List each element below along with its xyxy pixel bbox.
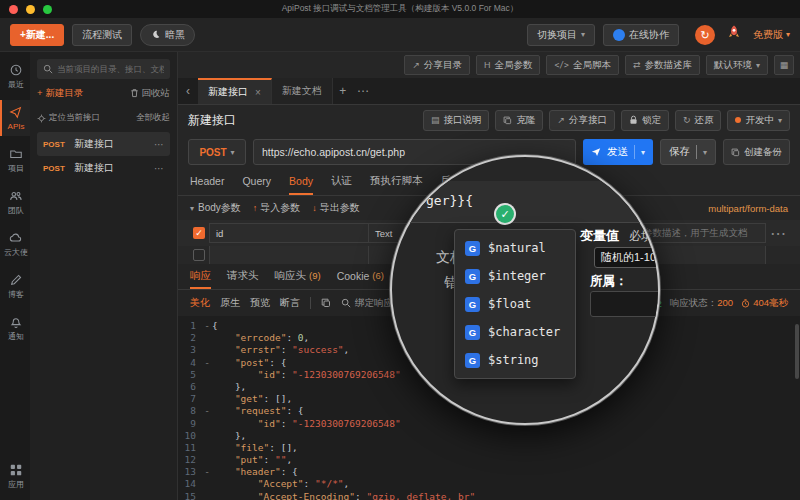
import-params-button[interactable]: ↑ 导入参数 — [253, 201, 301, 215]
editor-scrollbar[interactable] — [795, 324, 799, 379]
grid-icon: ▦ — [780, 60, 789, 70]
free-version-label: 免费版 — [753, 28, 783, 42]
tab-header[interactable]: Header — [190, 169, 224, 195]
sidebar-item-apps[interactable]: 应用 — [0, 458, 30, 494]
tab-request-headers[interactable]: 请求头 — [227, 264, 259, 289]
create-backup-button[interactable]: 创建备份 — [723, 139, 790, 165]
chevron-down-icon[interactable]: ▾ — [641, 148, 645, 157]
status-dot-icon — [735, 117, 741, 123]
share-directory-button[interactable]: ↗ 分享目录 — [404, 55, 470, 75]
tree-item-name: 新建接口 — [74, 161, 149, 175]
sidebar-item-label: APIs — [8, 122, 25, 131]
response-meta: 62 响应状态：200 404毫秒 — [651, 297, 788, 310]
global-params-button[interactable]: H 全局参数 — [476, 55, 541, 75]
sidebar-item-team[interactable]: 团队 — [0, 184, 30, 220]
sync-button[interactable]: ↻ — [695, 25, 715, 45]
export-params-button[interactable]: ↓ 导出参数 — [312, 201, 360, 215]
close-window-button[interactable] — [9, 5, 18, 14]
mock-variable-item[interactable]: G$float — [455, 290, 575, 318]
lock-button[interactable]: 锁定 — [621, 110, 669, 131]
add-tab-button[interactable]: + — [333, 78, 353, 104]
send-button[interactable]: 发送 ▾ — [583, 139, 653, 165]
sidebar-item-notifications[interactable]: 通知 — [0, 310, 30, 346]
content-type-select[interactable]: multipart/form-data — [708, 203, 788, 214]
save-button[interactable]: 保存 ▾ — [660, 139, 716, 165]
mock-variable-item[interactable]: G$natural — [455, 234, 575, 262]
view-raw[interactable]: 原生 — [220, 296, 240, 310]
view-beautify[interactable]: 美化 — [190, 296, 210, 310]
doc-tab-doc[interactable]: 新建文档 — [272, 78, 333, 104]
api-status-select[interactable]: 开发中 ▾ — [727, 110, 790, 131]
item-menu-icon[interactable]: ⋯ — [154, 139, 164, 150]
param-name-input[interactable]: id — [209, 223, 369, 243]
tree-item-api[interactable]: POST 新建接口 ⋯ — [37, 132, 170, 156]
method-select[interactable]: POST ▾ — [188, 139, 246, 165]
mock-g-icon: G — [465, 325, 480, 340]
minimize-window-button[interactable] — [26, 5, 35, 14]
recycle-bin-button[interactable]: 回收站 — [130, 87, 171, 100]
tabs-scroll-left-icon[interactable]: ‹ — [178, 78, 198, 104]
param-row-menu-icon[interactable]: ⋯ — [766, 224, 790, 243]
default-env-select[interactable]: 默认环境 ▾ — [706, 55, 768, 75]
zoom-window-button[interactable] — [43, 5, 52, 14]
share-api-button[interactable]: ↗ 分享接口 — [549, 110, 615, 131]
bell-icon — [9, 315, 23, 329]
mock-g-icon: G — [465, 269, 480, 284]
doc-tab-api[interactable]: 新建接口 × — [198, 78, 272, 104]
mock-variable-item[interactable]: G$integer — [455, 262, 575, 290]
view-preview[interactable]: 预览 — [250, 296, 270, 310]
rocket-icon[interactable] — [725, 24, 743, 46]
mock-g-icon: G — [465, 297, 480, 312]
tab-pre-script[interactable]: 预执行脚本 — [370, 169, 423, 195]
global-script-button[interactable]: </> 全局脚本 — [546, 55, 618, 75]
sidebar-item-apis[interactable]: APIs — [0, 100, 30, 136]
api-doc-button[interactable]: ▤ 接口说明 — [423, 110, 490, 131]
switch-project-button[interactable]: 切换项目 ▾ — [527, 24, 595, 46]
body-params-toggle[interactable]: ▾ Body参数 — [190, 201, 241, 215]
new-directory-button[interactable]: + 新建目录 — [37, 87, 83, 100]
sidebar-item-label: 最近 — [8, 80, 24, 89]
tab-response[interactable]: 响应 — [190, 264, 211, 289]
sidebar-item-cloud-ambassador[interactable]: 云大使 — [0, 226, 30, 262]
param-checkbox-checked[interactable]: ✓ — [193, 227, 205, 239]
dark-mode-toggle[interactable]: 暗黑 — [140, 24, 195, 46]
tab-auth[interactable]: 认证 — [331, 169, 352, 195]
copy-response-icon[interactable] — [321, 298, 331, 308]
view-assert[interactable]: 断言 — [280, 296, 300, 310]
clone-button[interactable]: 克隆 — [495, 110, 543, 131]
collapse-all-button[interactable]: 全部收起 — [136, 112, 170, 124]
share-directory-label: 分享目录 — [424, 59, 462, 72]
arrow-up-icon: ↑ — [253, 203, 258, 213]
apipost-window: ApiPost 接口调试与文档管理工具（构建版本 V5.0.0 For Mac）… — [0, 0, 800, 500]
sidebar-item-project[interactable]: 项目 — [0, 142, 30, 178]
mock-variable-item[interactable]: G$character — [455, 318, 575, 346]
tab-body[interactable]: Body — [289, 169, 313, 195]
locate-api-button[interactable]: 定位当前接口 — [37, 112, 100, 124]
tree-item-api[interactable]: POST 新建接口 ⋯ — [37, 156, 170, 180]
project-search-input[interactable] — [57, 64, 164, 74]
param-desc-library-button[interactable]: ⇄ 参数描述库 — [625, 55, 700, 75]
item-menu-icon[interactable]: ⋯ — [154, 163, 164, 174]
new-button[interactable]: +新建... — [10, 24, 64, 46]
mock-variable-label: $float — [488, 297, 531, 311]
search-icon — [341, 298, 351, 308]
chevron-down-icon[interactable]: ▾ — [703, 148, 707, 157]
sidebar-item-recent[interactable]: 最近 — [0, 58, 30, 94]
param-checkbox-unchecked[interactable] — [193, 249, 205, 261]
flow-test-button[interactable]: 流程测试 — [72, 24, 132, 46]
sidebar-item-blog[interactable]: 博客 — [0, 268, 30, 304]
env-manage-button[interactable]: ▦ — [774, 55, 794, 75]
tab-cookie[interactable]: Cookie (6) — [337, 264, 384, 289]
mock-variable-item[interactable]: G$string — [455, 346, 575, 374]
param-desc-input[interactable]: 参数描述，用于生成文档 — [636, 223, 766, 243]
tabs-more-icon[interactable]: ⋯ — [353, 78, 373, 104]
close-icon[interactable]: × — [255, 87, 261, 98]
tab-response-headers[interactable]: 响应头 (9) — [275, 264, 321, 289]
code-line: 14 "Accept": "*/*", — [178, 478, 800, 490]
param-name-input[interactable] — [209, 246, 369, 264]
free-version-button[interactable]: 免费版 ▾ — [753, 28, 790, 42]
share-icon: ↗ — [557, 115, 565, 125]
tab-query[interactable]: Query — [242, 169, 271, 195]
restore-button[interactable]: ↻ 还原 — [675, 110, 722, 131]
online-collab-button[interactable]: 在线协作 — [603, 24, 679, 46]
